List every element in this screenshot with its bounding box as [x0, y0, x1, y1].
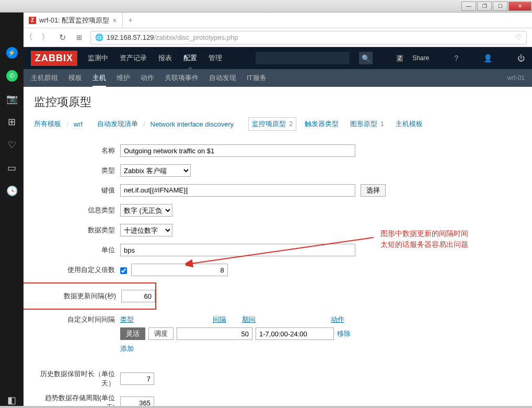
window-restore-button[interactable] — [477, 2, 492, 11]
help-icon[interactable]: ? — [454, 54, 458, 62]
zabbix-logo[interactable]: ZABBIX — [31, 51, 77, 66]
header-action[interactable]: 动作 — [331, 315, 357, 324]
button-key-select[interactable]: 选择 — [361, 184, 386, 197]
select-type[interactable]: Zabbix 客户端 — [120, 164, 191, 177]
subnav-discovery[interactable]: 自动发现 — [209, 69, 236, 87]
window-minimize-button[interactable] — [461, 2, 476, 11]
globe-icon: 🌐 — [95, 33, 103, 41]
search-button[interactable]: 🔍 — [359, 52, 373, 64]
subnav-itservices[interactable]: IT服务 — [247, 69, 267, 87]
subnav-maintenance[interactable]: 维护 — [117, 69, 130, 87]
messenger-icon[interactable]: ⚡ — [6, 47, 18, 59]
search-input[interactable] — [256, 52, 350, 64]
input-interval-value[interactable] — [177, 327, 252, 340]
forward-button[interactable]: 〉 — [40, 32, 51, 43]
label-trends: 趋势数据存储周期(单位天) — [39, 393, 120, 406]
address-bar[interactable]: 🌐 192.168.57.129/zabbix/disc_prototypes.… — [90, 31, 527, 44]
item-prototype-form: 名称 类型 Zabbix 客户端 键值 选择 信息类型 数字 (无正负 — [39, 143, 522, 406]
news-icon[interactable]: ▭ — [6, 162, 18, 174]
crumb-all-templates[interactable]: 所有模板 — [34, 119, 61, 129]
share-z-icon: Z — [397, 55, 403, 62]
new-tab-button[interactable]: + — [123, 13, 138, 28]
camera-icon[interactable]: 📷 — [6, 93, 18, 105]
user-icon[interactable]: 👤 — [483, 54, 492, 62]
breadcrumbs: 所有模板 / wrf 自动发现清单 / Network interface di… — [34, 117, 522, 131]
window-titlebar — [0, 0, 532, 13]
input-update-interval[interactable] — [121, 290, 155, 302]
input-name[interactable] — [120, 144, 355, 157]
back-button[interactable]: 〈 — [24, 32, 34, 43]
label-unit: 单位 — [39, 245, 120, 255]
tab-close-button[interactable]: × — [112, 16, 117, 25]
tab-title: wrf-01: 配置监控项原型 — [39, 16, 109, 25]
link-remove-interval[interactable]: 移除 — [337, 329, 351, 338]
subnav-hosts[interactable]: 主机 — [92, 69, 106, 87]
history-icon[interactable]: 🕓 — [6, 185, 18, 197]
tab-host-templates[interactable]: 主机模板 — [392, 118, 426, 130]
header-type[interactable]: 类型 — [120, 315, 161, 324]
speed-dial-button[interactable]: ⊞ — [74, 32, 84, 43]
link-add-interval[interactable]: 添加 — [120, 345, 134, 353]
tab-item-prototypes[interactable]: 监控项原型 2 — [248, 117, 296, 131]
subnav-hostgroups[interactable]: 主机群组 — [31, 69, 58, 87]
label-info-type: 信息类型 — [39, 206, 120, 215]
label-update-interval: 数据更新间隔(秒) — [40, 291, 121, 301]
input-period-value[interactable] — [256, 327, 334, 340]
annotation-text: 图形中数据更新的间隔时间 太短的话服务器容易出问题 — [380, 228, 495, 250]
tab-graph-prototypes[interactable]: 图形原型 1 — [347, 118, 387, 130]
tab-trigger-prototypes[interactable]: 触发器类型 — [302, 118, 342, 130]
apps-icon[interactable]: ⊞ — [6, 116, 18, 128]
input-history[interactable] — [120, 372, 154, 385]
input-key[interactable] — [120, 184, 355, 197]
label-name: 名称 — [39, 146, 120, 155]
whatsapp-icon[interactable]: ✆ — [6, 70, 18, 82]
input-multiplier[interactable] — [131, 264, 228, 276]
subnav-correlation[interactable]: 关联项事件 — [165, 69, 199, 87]
checkbox-multiplier[interactable] — [120, 267, 127, 274]
segment-flexible[interactable]: 灵活 — [120, 327, 145, 340]
highlight-box: 数据更新间隔(秒) — [24, 282, 156, 310]
url-text: 192.168.57.129/zabbix/disc_prototypes.ph… — [107, 33, 513, 41]
input-trends[interactable] — [120, 396, 154, 406]
label-data-type: 数据类型 — [39, 225, 120, 235]
page-title: 监控项原型 — [34, 94, 522, 110]
crumb-discovery-rule[interactable]: Network interface discovery — [151, 120, 234, 128]
browser-toolbar: 〈 〉 ↻ ⊞ 🌐 192.168.57.129/zabbix/disc_pro… — [0, 28, 532, 47]
reload-button[interactable]: ↻ — [57, 32, 67, 43]
window-maximize-button[interactable] — [493, 2, 507, 11]
label-multiplier: 使用自定义倍数 — [39, 265, 120, 275]
label-history: 历史数据保留时长（单位天） — [39, 369, 120, 388]
intervals-header: 类型 间隔 期间 动作 — [120, 315, 381, 324]
header-interval[interactable]: 间隔 — [161, 315, 242, 324]
zabbix-top-nav: ZABBIX 监测中 资产记录 报表 配置 管理 🔍 Z Share ? 👤 ⏻ — [24, 47, 532, 69]
window-close-button[interactable] — [508, 2, 531, 11]
crumb-template[interactable]: wrf — [74, 120, 83, 128]
browser-tab[interactable]: Z wrf-01: 配置监控项原型 × — [24, 13, 123, 28]
nav-configuration[interactable]: 配置 — [182, 47, 198, 69]
label-custom-intervals: 自定义时间间隔 — [39, 315, 120, 324]
subnav-templates[interactable]: 模板 — [68, 69, 82, 87]
interval-row: 灵活 调度 移除 — [120, 327, 381, 340]
segment-scheduling[interactable]: 调度 — [148, 327, 174, 340]
host-indicator: wrf-01 — [507, 74, 525, 82]
browser-tab-row: Z wrf-01: 配置监控项原型 × + — [0, 13, 532, 28]
opera-sidebar: ⚡ ✆ 📷 ⊞ ♡ ▭ 🕓 ◧ — [0, 13, 24, 406]
label-type: 类型 — [39, 166, 120, 175]
logout-icon[interactable]: ⏻ — [517, 54, 525, 62]
select-data-type[interactable]: 十进位数字 — [120, 224, 172, 236]
bookmark-icon[interactable]: ♡ — [516, 33, 522, 41]
heart-sidebar-icon[interactable]: ♡ — [6, 139, 18, 151]
nav-administration[interactable]: 管理 — [207, 47, 223, 69]
label-key: 键值 — [39, 186, 120, 195]
nav-reports[interactable]: 报表 — [157, 47, 173, 69]
header-period[interactable]: 期间 — [242, 315, 331, 324]
zabbix-favicon: Z — [29, 17, 36, 24]
crumb-discovery-list[interactable]: 自动发现清单 — [97, 119, 138, 129]
select-info-type[interactable]: 数字 (无正负) — [120, 204, 172, 217]
nav-inventory[interactable]: 资产记录 — [119, 47, 148, 69]
input-unit[interactable] — [120, 244, 355, 256]
share-link[interactable]: Share — [412, 54, 429, 62]
nav-monitoring[interactable]: 监测中 — [87, 47, 109, 69]
sidebar-toggle-icon[interactable]: ◧ — [6, 394, 18, 406]
subnav-actions[interactable]: 动作 — [141, 69, 154, 87]
